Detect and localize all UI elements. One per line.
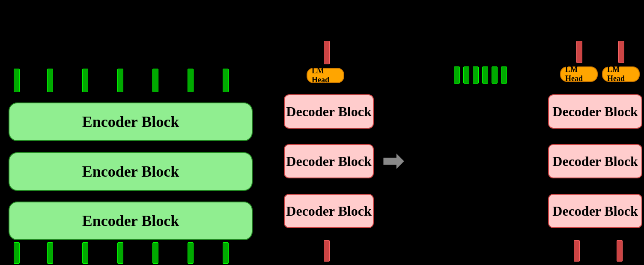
lm-head-right-1-label: LM Head xyxy=(565,65,593,83)
decoder-block-right-1: Decoder Block xyxy=(548,94,642,129)
encoder-block-1-label: Encoder Block xyxy=(82,113,179,131)
enc-top-token-1 xyxy=(14,69,20,92)
lm-head-center-label: LM Head xyxy=(312,66,339,84)
encoder-block-3: Encoder Block xyxy=(9,202,253,240)
decoder-block-right-2: Decoder Block xyxy=(548,144,642,178)
right-top-pink-1 xyxy=(576,41,582,63)
decoder-block-right-2-label: Decoder Block xyxy=(552,154,638,169)
decoder-block-1-label: Decoder Block xyxy=(286,104,371,120)
decoder-block-3-label: Decoder Block xyxy=(286,203,371,219)
transition-arrow: ➡ xyxy=(382,146,403,176)
decoder-block-2-label: Decoder Block xyxy=(286,154,371,169)
enc-top-token-6 xyxy=(188,69,194,92)
decoder-block-right-3: Decoder Block xyxy=(548,194,642,228)
enc-bot-token-4 xyxy=(117,242,123,264)
right-top-token-5 xyxy=(492,66,498,84)
enc-top-token-2 xyxy=(47,69,53,92)
enc-top-token-5 xyxy=(152,69,158,92)
right-top-token-6 xyxy=(501,66,507,84)
right-top-token-2 xyxy=(463,66,469,84)
encoder-block-2-label: Encoder Block xyxy=(82,163,179,181)
dec-bot-token xyxy=(324,240,330,262)
right-bot-pink-2 xyxy=(617,240,623,262)
enc-top-token-3 xyxy=(82,69,88,92)
right-top-token-4 xyxy=(482,66,488,84)
encoder-block-3-label: Encoder Block xyxy=(82,212,179,230)
enc-bot-token-6 xyxy=(188,242,194,264)
encoder-block-2: Encoder Block xyxy=(9,152,253,191)
right-bot-pink-1 xyxy=(574,240,580,262)
decoder-block-1: Decoder Block xyxy=(284,94,374,129)
right-top-token-1 xyxy=(454,66,460,84)
lm-head-right-1: LM Head xyxy=(560,66,598,82)
encoder-block-1: Encoder Block xyxy=(9,102,253,141)
decoder-block-right-3-label: Decoder Block xyxy=(552,203,638,219)
lm-head-right-2: LM Head xyxy=(602,66,640,82)
enc-top-token-4 xyxy=(117,69,123,92)
dec-top-token xyxy=(324,41,330,64)
enc-bot-token-1 xyxy=(14,242,20,264)
decoder-block-2: Decoder Block xyxy=(284,144,374,178)
right-top-token-3 xyxy=(473,66,479,84)
enc-bot-token-3 xyxy=(82,242,88,264)
enc-top-token-7 xyxy=(223,69,229,92)
lm-head-right-2-label: LM Head xyxy=(607,65,635,83)
enc-bot-token-5 xyxy=(152,242,158,264)
diagram: Encoder Block Encoder Block Encoder Bloc… xyxy=(0,0,644,265)
right-top-pink-2 xyxy=(618,41,624,63)
decoder-block-right-1-label: Decoder Block xyxy=(552,104,638,120)
enc-bot-token-2 xyxy=(47,242,53,264)
decoder-block-3: Decoder Block xyxy=(284,194,374,228)
lm-head-center: LM Head xyxy=(307,68,344,83)
enc-bot-token-7 xyxy=(223,242,229,264)
